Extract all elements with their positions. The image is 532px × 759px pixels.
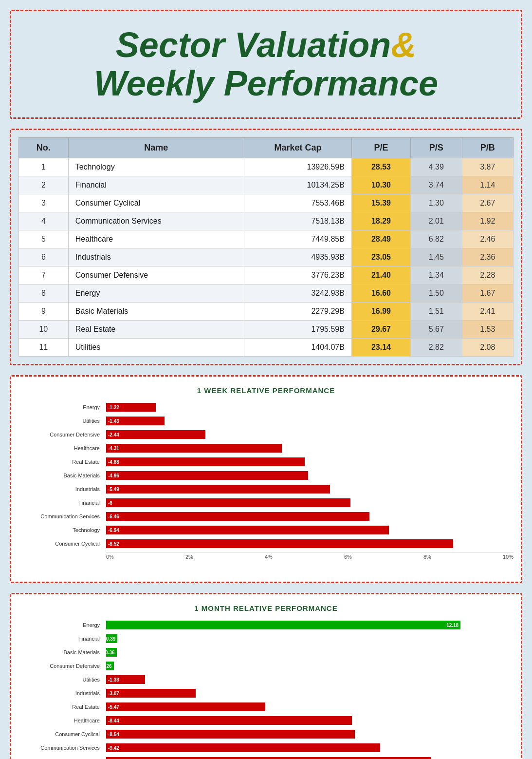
cell-no: 5 [19, 230, 69, 248]
bar-value: -6.94 [106, 528, 121, 533]
table-header-row: No. Name Market Cap P/E P/S P/B [19, 138, 514, 158]
bar-fill: -6.46 [106, 512, 369, 521]
cell-ps: 6.82 [411, 230, 462, 248]
bar-label: Financial [18, 500, 104, 506]
bar-wrapper: -4.31 [106, 444, 514, 453]
bar-label: Communication Services [18, 513, 104, 519]
bar-value: -4.31 [106, 446, 121, 451]
cell-market-cap: 1795.59B [244, 321, 351, 339]
bar-value: -9.42 [106, 745, 121, 751]
table-row: 6 Industrials 4935.93B 23.05 1.45 2.36 [19, 248, 514, 266]
week-chart-title: 1 WEEK RELATIVE PERFORMANCE [18, 386, 514, 395]
bar-row: Financial0.39 [106, 633, 514, 644]
cell-no: 7 [19, 266, 69, 285]
cell-name: Healthcare [68, 230, 244, 248]
bar-value: -5.49 [106, 487, 121, 492]
col-pe: P/E [351, 138, 410, 158]
bar-row: Communication Services-9.42 [106, 742, 514, 753]
bar-fill: -6.94 [106, 526, 389, 534]
table-row: 3 Consumer Cyclical 7553.46B 15.39 1.30 … [19, 194, 514, 212]
cell-pb: 1.92 [462, 212, 514, 230]
bar-label: Real Estate [18, 704, 104, 710]
bar-value: -3.07 [106, 691, 121, 696]
cell-ps: 1.45 [411, 248, 462, 266]
cell-pe: 10.30 [351, 176, 410, 194]
cell-market-cap: 7449.85B [244, 230, 351, 248]
bar-row: Basic Materials0.36 [106, 647, 514, 658]
bar-fill: -1.33 [106, 675, 145, 684]
bar-fill: -5.47 [106, 702, 265, 711]
cell-market-cap: 4935.93B [244, 248, 351, 266]
cell-pe: 18.29 [351, 212, 410, 230]
bar-fill: -4.31 [106, 444, 282, 453]
cell-ps: 3.74 [411, 176, 462, 194]
bar-fill: 0.39 [106, 634, 117, 643]
bar-row: Consumer Defensive0.26 [106, 661, 514, 671]
bar-label: Real Estate [18, 459, 104, 465]
bar-wrapper: -1.33 [106, 675, 514, 684]
bar-value: 0.26 [100, 664, 113, 669]
cell-ps: 5.67 [411, 321, 462, 339]
x-axis-label: 6% [344, 554, 352, 560]
cell-pb: 2.41 [462, 303, 514, 321]
bar-value: -1.33 [106, 677, 121, 683]
bar-value: 12.18 [444, 623, 460, 628]
cell-market-cap: 3776.23B [244, 266, 351, 285]
bar-fill: -8.54 [106, 730, 355, 739]
cell-no: 11 [19, 339, 69, 357]
bar-wrapper: -8.44 [106, 716, 514, 725]
sector-table: No. Name Market Cap P/E P/S P/B 1 Techno… [18, 137, 514, 357]
col-no: No. [19, 138, 69, 158]
cell-ps: 1.30 [411, 194, 462, 212]
cell-name: Consumer Defensive [68, 266, 244, 285]
week-chart-section: 1 WEEK RELATIVE PERFORMANCE Energy-1.22U… [10, 375, 522, 583]
bar-label: Industrials [18, 690, 104, 696]
header-section: Sector Valuation& Weekly Performance [10, 10, 522, 119]
bar-wrapper: -3.07 [106, 689, 514, 698]
cell-name: Consumer Cyclical [68, 194, 244, 212]
cell-no: 10 [19, 321, 69, 339]
bar-wrapper: -1.22 [106, 403, 514, 412]
bar-label: Financial [18, 636, 104, 642]
col-ps: P/S [411, 138, 462, 158]
bar-fill: -5.49 [106, 485, 330, 493]
cell-name: Communication Services [68, 212, 244, 230]
bar-value: -8.52 [106, 541, 121, 547]
cell-name: Financial [68, 176, 244, 194]
table-row: 2 Financial 10134.25B 10.30 3.74 1.14 [19, 176, 514, 194]
cell-market-cap: 3242.93B [244, 285, 351, 303]
bar-value: -4.88 [106, 459, 121, 465]
bar-label: Utilities [18, 418, 104, 424]
bar-wrapper: -11.16 [106, 757, 514, 759]
bar-label: Technology [18, 527, 104, 533]
cell-no: 6 [19, 248, 69, 266]
cell-market-cap: 10134.25B [244, 176, 351, 194]
bar-row: Energy-1.22 [106, 402, 514, 413]
table-section: No. Name Market Cap P/E P/S P/B 1 Techno… [10, 129, 522, 365]
bar-label: Basic Materials [18, 649, 104, 655]
bar-fill: -2.44 [106, 430, 205, 439]
bar-label: Healthcare [18, 445, 104, 451]
bar-label: Energy [18, 622, 104, 628]
bar-value: 0.39 [104, 636, 117, 642]
bar-value: -6.46 [106, 514, 121, 519]
cell-market-cap: 13926.59B [244, 158, 351, 176]
cell-market-cap: 7553.46B [244, 194, 351, 212]
bar-value: -1.43 [106, 418, 121, 424]
bar-wrapper: -8.54 [106, 730, 514, 739]
cell-pb: 1.14 [462, 176, 514, 194]
bar-value: -8.44 [106, 718, 121, 723]
bar-row: Consumer Cyclical-8.52 [106, 538, 514, 549]
bar-value: -6 [106, 500, 114, 506]
bar-label: Communication Services [18, 745, 104, 751]
col-pb: P/B [462, 138, 514, 158]
bar-fill: -3.07 [106, 689, 196, 698]
bar-value: -8.54 [106, 732, 121, 737]
bar-row: Communication Services-6.46 [106, 511, 514, 522]
bar-fill: -8.52 [106, 539, 453, 548]
bar-row: Industrials-5.49 [106, 484, 514, 494]
bar-wrapper: -4.96 [106, 471, 514, 480]
bar-fill: -1.22 [106, 403, 156, 412]
bar-label: Consumer Cyclical [18, 541, 104, 547]
bar-wrapper: 0.39 [106, 634, 514, 643]
